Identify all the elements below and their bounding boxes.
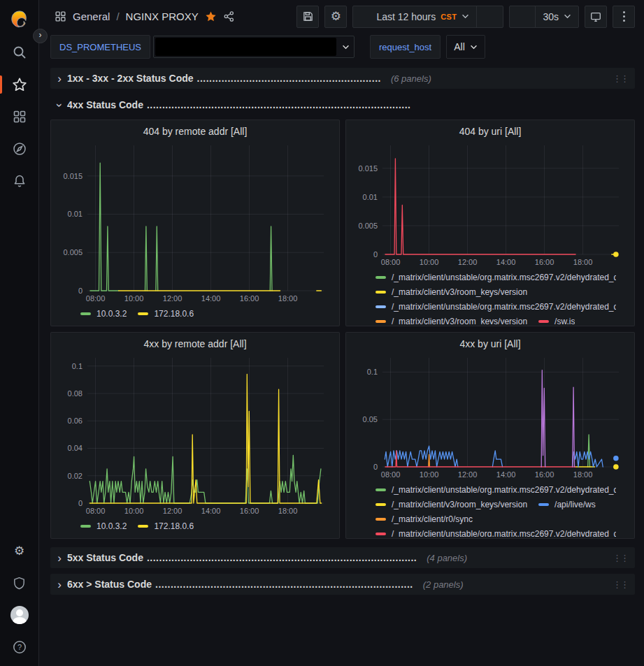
time-series-chart[interactable]: 00.0050.010.01508:0010:0012:0014:0016:00… bbox=[352, 140, 629, 268]
chevron-down-icon: › bbox=[54, 100, 66, 110]
legend-item[interactable]: /_matrix/client/v3/room_keys/version bbox=[375, 314, 527, 324]
favorite-star-icon[interactable] bbox=[205, 10, 217, 22]
time-series-chart[interactable]: 00.020.040.060.080.108:0010:0012:0014:00… bbox=[57, 352, 334, 517]
request-host-value: All bbox=[454, 41, 465, 52]
row-panel-count: (2 panels) bbox=[423, 579, 464, 590]
row-panel-count: (4 panels) bbox=[427, 553, 467, 563]
sidebar-item-configuration[interactable]: ⚙ bbox=[0, 535, 38, 567]
sidebar-item-help[interactable]: ? bbox=[0, 631, 38, 663]
svg-text:10:00: 10:00 bbox=[124, 294, 144, 303]
tv-mode-button[interactable] bbox=[585, 6, 607, 28]
save-icon bbox=[302, 10, 314, 22]
row-title: 6xx > Status Code bbox=[67, 579, 152, 590]
svg-text:0.05: 0.05 bbox=[363, 415, 378, 424]
row-drag-handle[interactable]: ⋮⋮ bbox=[613, 553, 628, 563]
legend-series-marker bbox=[375, 533, 386, 535]
row-title: 1xx - 3xx - 2xx Status Code bbox=[67, 73, 194, 84]
breadcrumb-separator: / bbox=[116, 10, 119, 22]
legend-item[interactable]: /_matrix/client/unstable/org.matrix.msc2… bbox=[375, 482, 616, 497]
legend-series-marker bbox=[138, 525, 148, 528]
sidebar-item-starred[interactable] bbox=[0, 68, 38, 101]
legend-item[interactable]: 10.0.3.2 bbox=[80, 519, 127, 533]
legend-item[interactable]: /sw.js bbox=[538, 314, 575, 324]
request-host-select[interactable]: All bbox=[446, 35, 485, 59]
time-range-picker[interactable]: Last 12 hours CST bbox=[353, 6, 476, 27]
monitor-icon bbox=[589, 10, 602, 23]
svg-text:0.005: 0.005 bbox=[63, 248, 83, 256]
ds-prometheus-select[interactable] bbox=[153, 36, 355, 58]
svg-text:?: ? bbox=[17, 643, 21, 651]
panel-title[interactable]: 4xx by remote addr [All] bbox=[57, 335, 334, 352]
grafana-flame-icon bbox=[9, 10, 30, 31]
panel-title[interactable]: 404 by uri [All] bbox=[352, 123, 629, 140]
refresh-group: 30s bbox=[509, 6, 579, 28]
sidebar-item-search[interactable] bbox=[0, 36, 38, 68]
more-options-button[interactable] bbox=[613, 6, 635, 28]
sidebar-item-explore[interactable] bbox=[0, 133, 38, 165]
help-icon: ? bbox=[12, 639, 27, 655]
save-dashboard-button[interactable] bbox=[296, 6, 319, 28]
row-1xx-3xx-2xx[interactable]: › 1xx - 3xx - 2xx Status Code ..........… bbox=[50, 68, 635, 89]
svg-text:10:00: 10:00 bbox=[420, 470, 439, 479]
svg-text:08:00: 08:00 bbox=[86, 507, 106, 515]
legend-item[interactable]: 172.18.0.6 bbox=[138, 306, 194, 321]
svg-text:16:00: 16:00 bbox=[535, 258, 554, 266]
legend-item[interactable]: 10.0.3.2 bbox=[80, 306, 127, 321]
svg-text:16:00: 16:00 bbox=[240, 507, 259, 515]
sidebar-item-dashboards[interactable] bbox=[0, 101, 38, 133]
row-title: 4xx Status Code bbox=[67, 99, 143, 110]
chevron-down-icon bbox=[470, 45, 478, 50]
row-drag-handle[interactable]: ⋮⋮ bbox=[613, 74, 628, 83]
breadcrumb-folder[interactable]: General bbox=[73, 10, 110, 22]
sidebar-item-profile[interactable] bbox=[0, 599, 38, 631]
svg-text:12:00: 12:00 bbox=[458, 258, 478, 266]
row-title-dots: ........................................… bbox=[147, 552, 417, 563]
share-icon[interactable] bbox=[223, 10, 235, 22]
legend-item[interactable]: /_matrix/client/unstable/org.matrix.msc2… bbox=[375, 299, 616, 314]
svg-text:16:00: 16:00 bbox=[535, 470, 554, 479]
page-title[interactable]: NGINX PROXY bbox=[126, 10, 199, 22]
panel-404-by-remote-addr: 404 by remote addr [All] 00.0050.010.015… bbox=[50, 120, 340, 326]
panel-title[interactable]: 4xx by uri [All] bbox=[352, 335, 629, 352]
search-icon bbox=[12, 45, 27, 60]
legend-item[interactable]: 172.18.0.6 bbox=[138, 519, 194, 533]
row-4xx[interactable]: › 4xx Status Code ......................… bbox=[50, 96, 635, 114]
row-6xx[interactable]: › 6xx > Status Code ....................… bbox=[50, 574, 635, 595]
panel-title[interactable]: 404 by remote addr [All] bbox=[57, 123, 334, 140]
row-5xx[interactable]: › 5xx Status Code ......................… bbox=[50, 547, 635, 568]
time-zone-label: CST bbox=[441, 13, 457, 21]
grafana-logo[interactable] bbox=[0, 4, 38, 36]
svg-text:10:00: 10:00 bbox=[420, 258, 439, 266]
avatar bbox=[10, 606, 29, 624]
time-series-chart[interactable]: 00.0050.010.01508:0010:0012:0014:0016:00… bbox=[57, 140, 334, 305]
legend-item[interactable]: /_matrix/client/unstable/org.matrix.msc2… bbox=[375, 270, 616, 284]
svg-text:14:00: 14:00 bbox=[201, 507, 221, 515]
legend-series-label: 172.18.0.6 bbox=[154, 309, 194, 319]
zoom-out-button[interactable] bbox=[476, 6, 503, 27]
chevron-right-icon: › bbox=[39, 30, 42, 40]
legend-item[interactable]: /api/live/ws bbox=[538, 497, 596, 512]
sidebar-item-alerting[interactable] bbox=[0, 165, 38, 197]
legend-item[interactable]: /_matrix/client/unstable/org.matrix.msc2… bbox=[375, 526, 616, 537]
variable-label-request-host[interactable]: request_host bbox=[370, 35, 441, 59]
legend-item[interactable]: /_matrix/client/v3/room_keys/version bbox=[375, 497, 527, 512]
panel-legend: /_matrix/client/unstable/org.matrix.msc2… bbox=[352, 268, 629, 324]
legend-series-label: 10.0.3.2 bbox=[96, 309, 127, 319]
refresh-button[interactable] bbox=[510, 6, 535, 27]
chevron-right-icon: › bbox=[55, 579, 64, 591]
sidebar-item-server-admin[interactable] bbox=[0, 567, 38, 599]
svg-text:12:00: 12:00 bbox=[458, 470, 478, 479]
svg-text:0.1: 0.1 bbox=[367, 368, 378, 376]
breadcrumb: General / NGINX PROXY bbox=[55, 10, 235, 22]
variable-label-ds-prometheus[interactable]: DS_PROMETHEUS bbox=[50, 35, 150, 59]
time-series-chart[interactable]: 00.050.108:0010:0012:0014:0016:0018:00 bbox=[352, 352, 629, 481]
dashboard-settings-button[interactable]: ⚙ bbox=[324, 6, 347, 28]
legend-series-marker bbox=[375, 320, 386, 323]
legend-item[interactable]: /_matrix/client/v3/room_keys/version bbox=[375, 284, 527, 299]
shield-icon bbox=[12, 576, 27, 591]
refresh-interval-picker[interactable]: 30s bbox=[535, 6, 578, 27]
legend-item[interactable]: /_matrix/client/r0/sync bbox=[375, 512, 473, 526]
svg-text:0: 0 bbox=[78, 499, 83, 507]
row-drag-handle[interactable]: ⋮⋮ bbox=[613, 580, 628, 589]
sidebar-expand-button[interactable]: › bbox=[33, 29, 48, 43]
